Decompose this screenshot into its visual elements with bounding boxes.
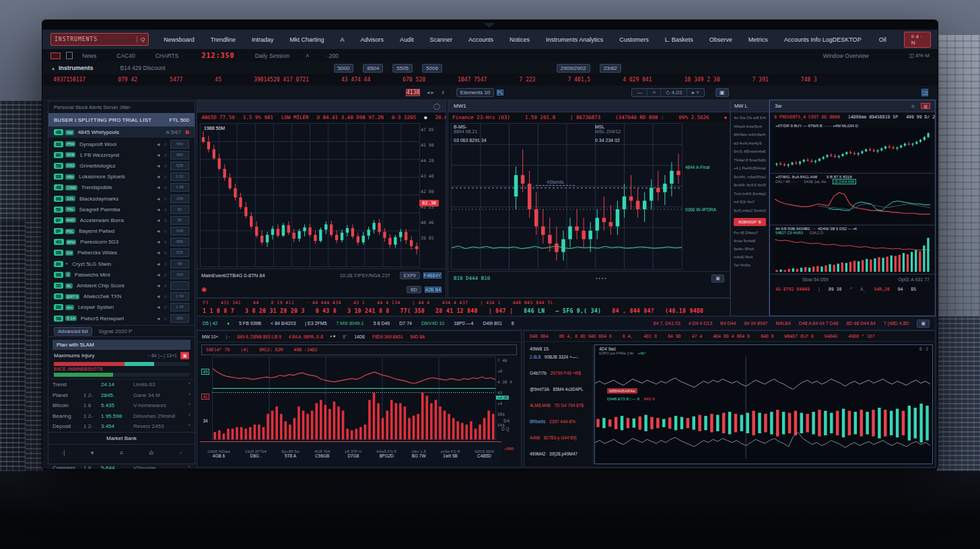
- toolbar-item[interactable]: D49I 801: [483, 321, 501, 326]
- instrument-chip[interactable]: 2909/2902: [557, 64, 590, 73]
- b4-button[interactable]: 42B B4: [425, 287, 442, 293]
- lock-icon[interactable]: ○: [164, 153, 167, 157]
- mini-col-item[interactable]: w3 4m%,4w/4y/9: [734, 139, 766, 148]
- menu-item[interactable]: Notices: [510, 36, 530, 43]
- clipboard-icon[interactable]: [66, 52, 73, 59]
- breadth-row[interactable]: 4LM8.M48 7D D4 794 87$: [527, 402, 593, 418]
- mini-spark-chip[interactable]: 158: [170, 270, 189, 279]
- bd-button[interactable]: BD: [407, 286, 421, 293]
- watchlist-row[interactable]: 8B D4 Pwbercks Wides ◄ ○ 525: [48, 248, 195, 258]
- volume-line-chart[interactable]: [212, 357, 496, 440]
- toolbar-item[interactable]: 8: [512, 321, 514, 326]
- watchlist-hot-row[interactable]: 4B 6M 4845 Whirlypools A 5/67 B: [48, 126, 195, 139]
- mini-spark-chip[interactable]: 525: [170, 248, 189, 257]
- mid-camera-button[interactable]: ▣: [711, 274, 724, 283]
- layout-button[interactable]: ◲: [921, 89, 928, 96]
- lock-icon[interactable]: ○: [164, 174, 167, 179]
- exp-button[interactable]: EXP9: [400, 272, 420, 279]
- red-strip-item[interactable]: 84 9D: [668, 334, 681, 339]
- record-icon[interactable]: ◉: [201, 286, 207, 293]
- breadth-row[interactable]: @9mt73A 85M4 4u3D4PL: [527, 386, 593, 402]
- speaker-icon[interactable]: ◄: [156, 163, 161, 168]
- maximums-controls[interactable]: ~ 84 ¦—¦ 13+1: [147, 353, 177, 358]
- position-row[interactable]: Trend 24.14 Limits-63 °: [48, 379, 195, 390]
- menu-item[interactable]: L. Baskets: [665, 36, 693, 43]
- speaker-icon[interactable]: ◄: [156, 262, 161, 266]
- mini-line-chart[interactable]: [775, 185, 930, 223]
- red-strip-item[interactable]: 49D8 ° 1D7: [848, 334, 874, 339]
- row-menu-icon[interactable]: °: [188, 465, 190, 469]
- plan-header[interactable]: Plan with 5LAM: [53, 340, 190, 350]
- toolbar-red-item[interactable]: 84 7, D41 03: [654, 321, 680, 326]
- indicator-header-item[interactable]: 849 4, D8N8 893 L/8 9: [237, 334, 281, 339]
- lock-icon[interactable]: ○: [164, 250, 167, 255]
- mini-spark-chip[interactable]: 1 34: [170, 303, 189, 312]
- position-row[interactable]: Bitcoin 1 8 5.435 V-homewares °: [48, 400, 195, 411]
- menu-item[interactable]: Audit: [400, 36, 414, 43]
- menu-item[interactable]: Mkt Charting: [289, 36, 324, 43]
- instrument-chip[interactable]: 8504: [363, 64, 383, 73]
- mini-col-item[interactable]: 7m4,/m4r5 3/m4wp5c/4w-: [734, 190, 766, 198]
- toolbar-item[interactable]: 18P0 —4: [454, 321, 473, 326]
- speaker-icon[interactable]: ◄: [156, 218, 161, 223]
- segment-option[interactable]: ◇ 4,03: [661, 89, 687, 96]
- toolbar-item[interactable]: D5 | 42: [203, 321, 217, 326]
- instrument-chip[interactable]: 5000: [334, 64, 354, 73]
- fab-button[interactable]: F4B84Y: [423, 272, 442, 279]
- main-candlestick-chart[interactable]: [200, 123, 420, 267]
- row-menu-icon[interactable]: °: [188, 402, 190, 408]
- watchlist-row[interactable]: 8B 1AL Blacksdaymarks ◄ ○ 258: [48, 193, 195, 204]
- toolbar-item[interactable]: 5 FB 939B: [239, 321, 261, 326]
- tab-advanced-list[interactable]: Advanced list: [54, 327, 92, 336]
- status-link[interactable]: CHARTS: [155, 52, 179, 59]
- lock-icon[interactable]: ○: [164, 142, 167, 147]
- position-row[interactable]: Planet 1 2- 2845. Gane 34.M °: [48, 390, 195, 401]
- menu-item[interactable]: Newsboard: [164, 36, 195, 43]
- speaker-icon[interactable]: ◄: [156, 294, 161, 299]
- watchlist-row[interactable]: 8F 4HD Accelerwam Borra ◄ ○ 85: [48, 215, 195, 225]
- session-caret-icon[interactable]: ˄: [306, 52, 309, 59]
- mini-col-item[interactable]: Pm 45 D4wm7: [734, 229, 766, 237]
- indicator-header-item[interactable]: 4 84 A. 98PA, E-8: [289, 334, 323, 339]
- mid-footer-dots[interactable]: ▪ ▪ ▪ ▪: [596, 276, 606, 281]
- red-strip-item[interactable]: 4D4 8D 4 8D4 D: [713, 334, 750, 339]
- indicator-header-item[interactable]: ▪ ▾: [330, 334, 335, 339]
- speaker-icon[interactable]: ◄: [156, 153, 161, 157]
- mini-col-item[interactable]: m4 5/3r 4m7: [734, 198, 766, 207]
- right-close-button[interactable]: ▥: [921, 103, 930, 109]
- menu-item[interactable]: Accounts Info Log: [784, 36, 833, 43]
- lock-icon[interactable]: ○: [164, 163, 167, 168]
- indicator-header-item[interactable]: F8D9 349 8A51: [372, 334, 403, 339]
- red-strip-item[interactable]: 8 4,: [623, 334, 633, 339]
- breadth-row[interactable]: 8Rbw9s 2397 444-8%: [527, 418, 593, 434]
- mini-col-item[interactable]: 9w4m 5Pw4: [734, 245, 766, 253]
- mini-spark-chip[interactable]: 528: [170, 161, 189, 170]
- mini-spark-chip[interactable]: 88: [170, 260, 189, 268]
- mini-col-item[interactable]: 5m/3, M5mw/m4w5: [734, 147, 766, 156]
- speaker-icon[interactable]: ◄: [156, 272, 161, 277]
- toolbar-grid-button[interactable]: ▣: [917, 320, 930, 328]
- mini-spark-chip[interactable]: 1 54: [170, 292, 189, 301]
- toolbar-red-item[interactable]: 84 04 8047: [744, 321, 767, 326]
- segment-option[interactable]: ▸ ˅: [687, 89, 704, 96]
- mini-spark-chip[interactable]: 528: [170, 227, 189, 235]
- watchlist-row[interactable]: 5D 8L Ambient Chip Score ◄ ○: [48, 280, 195, 291]
- breadth-row[interactable]: A4b6 82783-y G44 89): [527, 434, 593, 450]
- power-button[interactable]: ≡ 4 · N: [904, 32, 931, 48]
- red-strip-item[interactable]: 4D1 8: [643, 334, 657, 339]
- segment-option[interactable]: ˄: [648, 89, 661, 96]
- mini-col-red-button[interactable]: B2B66S8° B: [734, 218, 766, 226]
- mini-volume-chart[interactable]: [775, 235, 930, 272]
- search-box[interactable]: INSTRUMENTS Q: [50, 33, 149, 46]
- mini-col-item[interactable]: M4/4wm w4/m5w/4, 4%w3: [734, 131, 766, 139]
- footer-icon[interactable]: ≡: [120, 449, 123, 456]
- watchlist-row[interactable]: 8K Cryzt 5LG Stwin ◄ ○ 88: [48, 258, 195, 269]
- speaker-icon[interactable]: ◄: [156, 305, 161, 309]
- row-menu-icon[interactable]: °: [188, 392, 190, 398]
- mini-col-item[interactable]: 7%4w/-8 5mw/3w5w/9m4?: [734, 156, 766, 165]
- mini-spark-chip[interactable]: 1 88: [170, 183, 189, 192]
- red-doc-icon[interactable]: [50, 52, 61, 59]
- speaker-icon[interactable]: ◄: [156, 283, 161, 288]
- segment-option[interactable]: —: [632, 89, 648, 96]
- toolbar-item[interactable]: 7 M9/ 8049-1: [336, 321, 363, 326]
